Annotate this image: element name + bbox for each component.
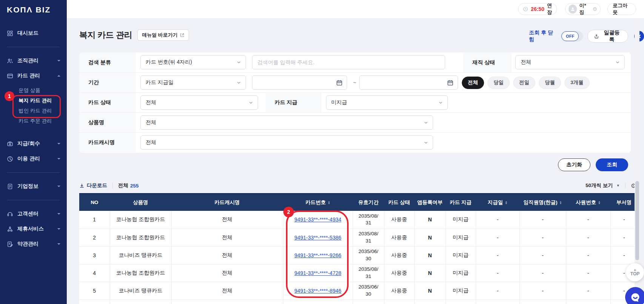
table-row: 4 코나농협 조합원카드 전체 9491-33**-****-4728 2035… (79, 264, 638, 282)
sidebar-item-usage-management[interactable]: 이용 관리 (0, 151, 67, 166)
table-row: 5 코나비즈 땡큐카드 전체 9491-33**-****-8946 2035/… (79, 282, 638, 299)
preset-3-months-button[interactable]: 3개월 (564, 77, 590, 89)
chevron-down-icon (57, 157, 61, 161)
caret-down-icon: ▼ (616, 184, 620, 187)
sort-icon: ▲▼ (559, 201, 562, 204)
list-toolbar: 다운로드 전체 255 50개씩 보기 ▼ ⚙ (79, 180, 638, 191)
product-name-select[interactable]: 전체 (140, 115, 433, 130)
gear-icon[interactable]: ⚙ (592, 6, 597, 12)
card-cash-name-value: 전체 (146, 139, 156, 146)
col-employee-name[interactable]: 임직원명(한글)▲▼ (520, 193, 566, 211)
card-number-link[interactable]: 9491-33**-****-9266 (294, 252, 341, 258)
avatar (569, 5, 577, 14)
date-from-input[interactable] (252, 75, 347, 90)
card-number-link[interactable]: 9491-33**-****-5386 (294, 235, 341, 241)
sidebar-item-terms-management[interactable]: 약관관리 (0, 236, 67, 252)
company-icon (7, 183, 13, 190)
toggle-state: OFF (561, 31, 579, 41)
col-card-cash-name: 카드캐시명 (171, 193, 283, 211)
card-issue-label: 카드 지급 (266, 93, 321, 112)
chevron-down-icon (57, 142, 61, 146)
session-timer[interactable]: 26:50 연장 (518, 3, 557, 15)
period-type-value: 카드 지급일 (146, 79, 174, 86)
table-row: 2035/08/ (79, 299, 638, 304)
col-employee-no[interactable]: 사원번호▲▼ (566, 193, 610, 211)
filter-row-card-status: 카드 상태 전체 카드 지급 미지급 (79, 92, 631, 112)
chevron-down-icon (57, 227, 61, 231)
card-status-select[interactable]: 전체 (140, 95, 258, 110)
download-label: 다운로드 (87, 182, 107, 189)
search-filter-panel: 검색 분류 카드 번호(뒤 4자리) 재직 상태 전체 기간 카드 지급일 (79, 52, 631, 153)
card-management-submenu: 운영 상품 복지 카드 관리 법인 카드 관리 카드 주문 관리 (0, 83, 67, 130)
chevron-up-icon (57, 74, 61, 78)
logout-button[interactable]: 로그아웃 (607, 3, 636, 15)
employment-status-label: 재직 상태 (463, 52, 512, 72)
card-issue-select[interactable]: 미지급 (326, 95, 448, 110)
card-number-link[interactable]: 9491-33**-****-4728 (294, 270, 341, 276)
sidebar-item-label: 약관관리 (17, 241, 38, 247)
sidebar-item-customer-center[interactable]: 고객센터 (0, 206, 67, 221)
sort-icon: ▲▼ (505, 201, 507, 204)
close-after-search-toggle[interactable]: OFF (561, 31, 583, 41)
bulk-register-label: 일괄등록 (602, 29, 621, 43)
sidebar-item-label: 고객센터 (17, 210, 38, 217)
card-number-link[interactable]: 9491-33**-****-4934 (294, 216, 341, 223)
back-to-top-button[interactable]: ▲ TOP (626, 263, 644, 281)
sidebar-item-label: 카드 관리 (17, 72, 40, 79)
employment-status-select[interactable]: 전체 (515, 55, 625, 69)
col-card-number[interactable]: 카드번호▲▼ (283, 193, 353, 211)
sidebar-item-partner-services[interactable]: 제휴서비스 (0, 221, 67, 236)
sidebar-item-organization[interactable]: 조직관리 (0, 53, 67, 68)
bulk-register-button[interactable]: 일괄등록 (587, 30, 628, 43)
user-menu[interactable]: 이*징 ⚙ (565, 3, 601, 15)
scrollbar-thumb[interactable] (635, 181, 639, 260)
payment-icon (7, 141, 13, 147)
sidebar-item-dashboard[interactable]: 대시보드 (0, 26, 67, 41)
sidebar-subitem-corporate-card[interactable]: 법인 카드 관리 (0, 106, 67, 115)
card-cash-name-select[interactable]: 전체 (140, 135, 433, 150)
sidebar-subitem-welfare-card[interactable]: 복지 카드 관리 (0, 96, 67, 105)
product-name-value: 전체 (146, 119, 156, 126)
toolbar-divider (625, 183, 626, 188)
chevron-down-icon (57, 242, 61, 246)
preset-yesterday-button[interactable]: 전일 (513, 77, 535, 89)
filter-row-period: 기간 카드 지급일 ~ 전체 당일 전일 당월 3개월 (79, 72, 631, 92)
extend-session-button[interactable]: 연장 (547, 2, 552, 16)
upload-icon (594, 34, 599, 39)
col-issue-date[interactable]: 지급일▲▼ (476, 193, 520, 211)
search-keyword-input[interactable] (252, 55, 445, 69)
card-icon (7, 73, 13, 79)
username: 이*징 (579, 2, 590, 16)
sidebar-item-label: 기업정보 (17, 183, 38, 190)
sidebar-subitem-operating-products[interactable]: 운영 상품 (0, 86, 67, 95)
filter-row-card-cash-name: 카드캐시명 전체 (79, 132, 631, 152)
toolbar-divider (112, 183, 113, 188)
page-size-select[interactable]: 50개씩 보기 ▼ (586, 182, 620, 189)
chevron-down-icon (615, 60, 620, 64)
total-label: 전체 (118, 182, 128, 189)
card-number-link[interactable]: 9491-33**-****-8946 (294, 288, 341, 294)
sidebar-item-label: 이용 관리 (17, 155, 40, 162)
sidebar-subitem-card-order[interactable]: 카드 주문 관리 (0, 116, 67, 126)
page-size-value: 50개씩 보기 (586, 182, 613, 189)
preset-all-button[interactable]: 전체 (462, 77, 484, 89)
preset-today-button[interactable]: 당일 (487, 77, 510, 89)
terms-icon (7, 241, 13, 247)
sidebar-item-company-info[interactable]: 기업정보 (0, 179, 67, 194)
card-table: NO 상품명 카드캐시명 카드번호▲▼ 유효기간 카드 상태 앱등록여부 카드 … (79, 193, 638, 304)
search-button[interactable]: 조회 (596, 158, 628, 171)
screen: KOΠΛ BIZ 대시보드 조직관리 카드 관리 운영 상품 복지 카드 관리 … (0, 0, 644, 304)
chat-widget-button[interactable] (625, 287, 644, 304)
sidebar-item-payment-recovery[interactable]: 지급/회수 (0, 136, 67, 151)
manual-link-label: 매뉴얼 바로가기 (142, 32, 178, 38)
reset-button[interactable]: 초기화 (558, 158, 590, 171)
period-type-select[interactable]: 카드 지급일 (140, 75, 246, 90)
employment-status-value: 전체 (521, 59, 531, 66)
date-to-input[interactable] (359, 75, 458, 90)
download-button[interactable]: 다운로드 (79, 182, 107, 189)
manual-link-button[interactable]: 매뉴얼 바로가기 (137, 29, 189, 41)
download-icon (79, 183, 85, 188)
search-category-select[interactable]: 카드 번호(뒤 4자리) (140, 55, 246, 69)
sidebar-item-card-management[interactable]: 카드 관리 (0, 68, 67, 83)
preset-this-month-button[interactable]: 당월 (539, 77, 561, 89)
